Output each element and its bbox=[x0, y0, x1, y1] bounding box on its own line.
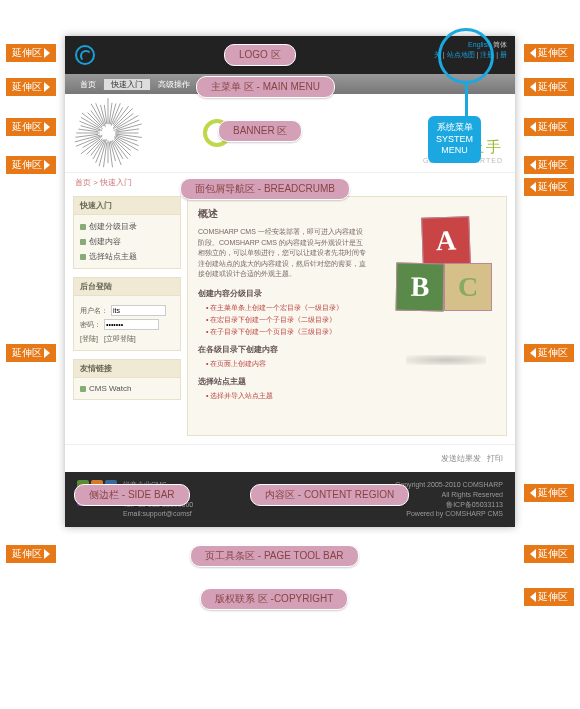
label-mainmenu: 主菜单 区 - MAIN MENU bbox=[196, 76, 335, 98]
svg-line-2 bbox=[115, 135, 137, 141]
svg-line-1 bbox=[115, 134, 142, 138]
sidebar-title: 友情链接 bbox=[74, 360, 180, 378]
register-button[interactable]: [立即登陆] bbox=[104, 334, 136, 344]
arrow-left-icon bbox=[530, 592, 536, 602]
page-toolbar: 发送结果发 打印 bbox=[65, 444, 515, 472]
sidebar-item[interactable]: 创建分级目录 bbox=[80, 219, 174, 234]
svg-line-23 bbox=[75, 134, 98, 137]
svg-line-10 bbox=[110, 141, 115, 161]
extension-label: 延伸区 bbox=[6, 156, 56, 174]
block-c-icon: C bbox=[444, 263, 492, 311]
body-area: 快速入门 创建分级目录创建内容选择站点主题 后台登陆 用户名： 密码： [登陆]… bbox=[65, 192, 515, 444]
svg-line-26 bbox=[81, 126, 101, 131]
extension-label: 延伸区 bbox=[524, 588, 574, 606]
extension-label: 延伸区 bbox=[524, 118, 574, 136]
abc-blocks-image: A B C bbox=[396, 217, 496, 357]
sidebar-login: 后台登陆 用户名： 密码： [登陆][立即登陆] bbox=[73, 277, 181, 351]
bullet-icon bbox=[80, 386, 86, 392]
label-toolbar: 页工具条区 - PAGE TOOL BAR bbox=[190, 545, 359, 567]
label-sidebar: 侧边栏 - SIDE BAR bbox=[74, 484, 190, 506]
extension-label: 延伸区 bbox=[6, 344, 56, 362]
extension-label: 延伸区 bbox=[524, 78, 574, 96]
link-item[interactable]: CMS Watch bbox=[80, 382, 174, 395]
content-link[interactable]: 选择并导入站点主题 bbox=[206, 390, 496, 402]
username-input[interactable] bbox=[111, 305, 166, 316]
bullet-icon bbox=[80, 239, 86, 245]
arrow-left-icon bbox=[530, 488, 536, 498]
arrow-left-icon bbox=[530, 48, 536, 58]
arrow-left-icon bbox=[530, 182, 536, 192]
label-breadcrumb: 面包屑导航区 - BREADCRUMB bbox=[180, 178, 350, 200]
extension-label: 延伸区 bbox=[524, 178, 574, 196]
sidebar-title: 后台登陆 bbox=[74, 278, 180, 296]
block-b-icon: B bbox=[396, 263, 445, 312]
menu-item[interactable]: 高级操作 bbox=[151, 79, 198, 90]
label-content: 内容区 - CONTENT REGION bbox=[250, 484, 409, 506]
svg-line-11 bbox=[109, 142, 112, 167]
content-region: 概述 COMSHARP CMS 一经安装部署，即可进入内容建设阶段。COMSHA… bbox=[187, 196, 507, 436]
arrow-right-icon bbox=[44, 82, 50, 92]
extension-label: 延伸区 bbox=[524, 545, 574, 563]
sidebar: 快速入门 创建分级目录创建内容选择站点主题 后台登陆 用户名： 密码： [登陆]… bbox=[73, 196, 181, 436]
sidebar-links: 友情链接 CMS Watch bbox=[73, 359, 181, 400]
arrow-left-icon bbox=[530, 348, 536, 358]
label-copyright: 版权联系 区 -COPYRIGHT bbox=[200, 588, 348, 610]
arrow-left-icon bbox=[530, 160, 536, 170]
svg-line-47 bbox=[115, 129, 139, 132]
content-paragraph: COMSHARP CMS 一经安装部署，即可进入内容建设阶段。COMSHARP … bbox=[198, 227, 368, 280]
svg-line-30 bbox=[88, 113, 103, 128]
user-label: 用户名： bbox=[80, 306, 108, 316]
svg-line-45 bbox=[114, 120, 140, 131]
svg-line-4 bbox=[114, 137, 138, 151]
login-button[interactable]: [登陆] bbox=[80, 334, 98, 344]
extension-label: 延伸区 bbox=[524, 344, 574, 362]
svg-line-46 bbox=[116, 124, 141, 131]
extension-label: 延伸区 bbox=[524, 484, 574, 502]
extension-label: 延伸区 bbox=[524, 156, 574, 174]
svg-line-42 bbox=[113, 108, 133, 128]
svg-line-13 bbox=[104, 142, 107, 167]
bullet-icon bbox=[80, 224, 86, 230]
burst-graphic bbox=[73, 98, 143, 168]
menu-item[interactable]: 快速入门 bbox=[104, 79, 151, 90]
label-logo: LOGO 区 bbox=[224, 44, 296, 66]
logo-icon bbox=[75, 45, 95, 65]
svg-line-31 bbox=[91, 110, 103, 125]
arrow-right-icon bbox=[44, 348, 50, 358]
arrow-left-icon bbox=[530, 82, 536, 92]
extension-label: 延伸区 bbox=[6, 118, 56, 136]
extension-label: 延伸区 bbox=[6, 78, 56, 96]
pwd-label: 密码： bbox=[80, 320, 101, 330]
svg-line-15 bbox=[96, 140, 105, 163]
sidebar-item[interactable]: 创建内容 bbox=[80, 234, 174, 249]
block-a-icon: A bbox=[421, 216, 471, 266]
sidebar-title: 快速入门 bbox=[74, 197, 180, 215]
svg-line-37 bbox=[109, 103, 112, 124]
menu-item[interactable]: 首页 bbox=[73, 79, 104, 90]
extension-label: 延伸区 bbox=[6, 44, 56, 62]
arrow-right-icon bbox=[44, 160, 50, 170]
password-input[interactable] bbox=[104, 319, 159, 330]
page-mock: English 简体 关 | 站点地图 | 注册 | 册 首页 快速入门 高级操… bbox=[65, 36, 515, 527]
arrow-right-icon bbox=[44, 122, 50, 132]
arrow-right-icon bbox=[44, 48, 50, 58]
sidebar-nav: 快速入门 创建分级目录创建内容选择站点主题 bbox=[73, 196, 181, 269]
svg-line-6 bbox=[114, 139, 130, 155]
extension-label: 延伸区 bbox=[524, 44, 574, 62]
send-button[interactable]: 发送结果发 bbox=[441, 453, 481, 464]
bullet-icon bbox=[80, 254, 86, 260]
arrow-left-icon bbox=[530, 549, 536, 559]
print-button[interactable]: 打印 bbox=[487, 453, 503, 464]
svg-line-22 bbox=[75, 135, 100, 142]
svg-line-21 bbox=[76, 135, 102, 146]
arrow-right-icon bbox=[44, 549, 50, 559]
arrow-left-icon bbox=[530, 122, 536, 132]
content-subheading: 选择站点主题 bbox=[198, 376, 496, 387]
sidebar-item[interactable]: 选择站点主题 bbox=[80, 249, 174, 264]
footer-copyright: Copyright 2005-2010 COMSHARP All Rights … bbox=[395, 480, 503, 519]
label-banner: BANNER 区 bbox=[218, 120, 302, 142]
extension-label: 延伸区 bbox=[6, 545, 56, 563]
